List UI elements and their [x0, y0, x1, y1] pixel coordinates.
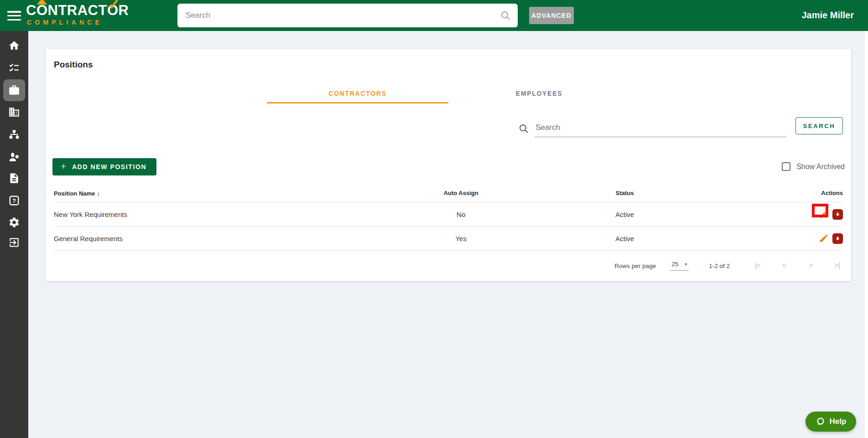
- app-header: CONTRACTO✓R COMPLIANCE ADVANCED Jamie Mi…: [0, 0, 868, 31]
- previous-page-button[interactable]: <: [778, 261, 790, 270]
- sidebar-nav: ?: [0, 31, 28, 438]
- checklist-icon: [8, 62, 20, 73]
- chevron-down-icon: ▾: [685, 262, 687, 267]
- sidebar-item-tasks[interactable]: [3, 57, 25, 78]
- column-header-status[interactable]: Status: [524, 190, 725, 196]
- next-page-button[interactable]: >: [805, 261, 816, 270]
- sort-desc-icon: ↓: [97, 190, 100, 197]
- document-icon: [8, 172, 20, 184]
- position-name-cell: General Requirements: [54, 235, 398, 242]
- help-icon: ?: [8, 195, 20, 206]
- auto-assign-cell: Yes: [398, 235, 524, 242]
- hard-hat-icon: O: [36, 3, 48, 17]
- first-page-button[interactable]: |<: [752, 261, 764, 270]
- sidebar-item-positions[interactable]: [3, 79, 25, 101]
- archive-position-button[interactable]: [832, 209, 843, 220]
- positions-card: Positions CONTRACTORS EMPLOYEES SEARCH +…: [46, 49, 851, 281]
- add-new-position-label: ADD NEW POSITION: [72, 163, 146, 170]
- sidebar-item-logout[interactable]: [3, 232, 25, 253]
- archive-down-arrow-icon: [834, 211, 841, 218]
- last-page-button[interactable]: >|: [831, 261, 843, 270]
- help-button[interactable]: Help: [806, 412, 856, 432]
- search-icon: [500, 10, 511, 21]
- sidebar-item-settings[interactable]: [3, 211, 25, 233]
- svg-text:?: ?: [12, 197, 16, 204]
- positions-table: Position Name↓ Auto Assign Status Action…: [54, 184, 843, 251]
- menu-icon[interactable]: [7, 11, 21, 21]
- logout-icon: [8, 237, 20, 248]
- table-header-row: Position Name↓ Auto Assign Status Action…: [54, 184, 843, 202]
- table-row: General Requirements Yes Active: [54, 227, 843, 251]
- help-label: Help: [830, 417, 847, 426]
- user-menu[interactable]: Jamie Miller: [801, 10, 854, 21]
- sidebar-item-home[interactable]: [3, 35, 25, 57]
- status-cell: Active: [524, 235, 725, 242]
- table-search-icon: [518, 123, 529, 134]
- archive-position-button[interactable]: [832, 233, 843, 244]
- add-new-position-button[interactable]: + ADD NEW POSITION: [52, 158, 156, 175]
- auto-assign-cell: No: [398, 211, 524, 218]
- sidebar-item-help[interactable]: ?: [3, 190, 25, 211]
- page-scrollbar[interactable]: [865, 31, 868, 438]
- briefcase-icon: [8, 84, 20, 96]
- show-archived-label: Show Archived: [796, 163, 845, 171]
- column-header-auto-assign[interactable]: Auto Assign: [398, 190, 524, 196]
- table-row: New York Requirements No Active: [54, 202, 843, 227]
- positions-tabs: CONTRACTORS EMPLOYEES: [267, 84, 630, 103]
- checkmark-icon: O✓: [107, 3, 119, 17]
- sidebar-item-workers[interactable]: [3, 146, 25, 168]
- rows-per-page-label: Rows per page: [614, 263, 656, 269]
- position-name-cell: New York Requirements: [54, 211, 398, 218]
- plus-icon: +: [61, 161, 67, 172]
- logo-line2: COMPLIANCE: [26, 19, 129, 26]
- pagination-range: 1-2 of 2: [709, 263, 730, 269]
- tab-contractors[interactable]: CONTRACTORS: [267, 84, 448, 103]
- gear-icon: [8, 216, 20, 228]
- edit-position-button[interactable]: [818, 233, 829, 244]
- edit-position-button[interactable]: [818, 209, 829, 220]
- sidebar-item-documents[interactable]: [3, 167, 25, 189]
- rows-per-page-select[interactable]: 25 ▾: [670, 261, 689, 271]
- org-chart-icon: [8, 129, 20, 140]
- table-search-input[interactable]: [535, 121, 786, 137]
- sidebar-item-company[interactable]: [3, 101, 25, 123]
- page-title: Positions: [54, 60, 93, 70]
- global-search-input[interactable]: [177, 4, 518, 27]
- home-icon: [8, 40, 20, 52]
- chat-bubble-icon: [816, 417, 826, 427]
- worker-gear-icon: [8, 151, 20, 163]
- status-cell: Active: [524, 211, 725, 218]
- table-pagination: Rows per page 25 ▾ 1-2 of 2 |< < > >|: [54, 251, 843, 281]
- building-icon: [8, 106, 20, 118]
- advanced-search-button[interactable]: ADVANCED: [529, 7, 574, 24]
- archive-down-arrow-icon: [834, 235, 841, 242]
- edit-pencil-icon: [819, 209, 829, 219]
- rows-per-page-value: 25: [671, 261, 678, 268]
- logo-line1: CONTRACTO✓R: [26, 3, 129, 17]
- tab-employees[interactable]: EMPLOYEES: [448, 84, 630, 103]
- sidebar-item-org-chart[interactable]: [3, 124, 25, 145]
- app-logo[interactable]: CONTRACTO✓R COMPLIANCE: [26, 3, 129, 26]
- show-archived-control: Show Archived: [782, 162, 845, 171]
- edit-pencil-icon: [819, 233, 829, 243]
- search-button[interactable]: SEARCH: [795, 117, 843, 134]
- column-header-actions: Actions: [725, 190, 843, 196]
- column-header-position-name[interactable]: Position Name↓: [54, 190, 398, 197]
- show-archived-checkbox[interactable]: [782, 162, 790, 171]
- global-search: [177, 4, 518, 27]
